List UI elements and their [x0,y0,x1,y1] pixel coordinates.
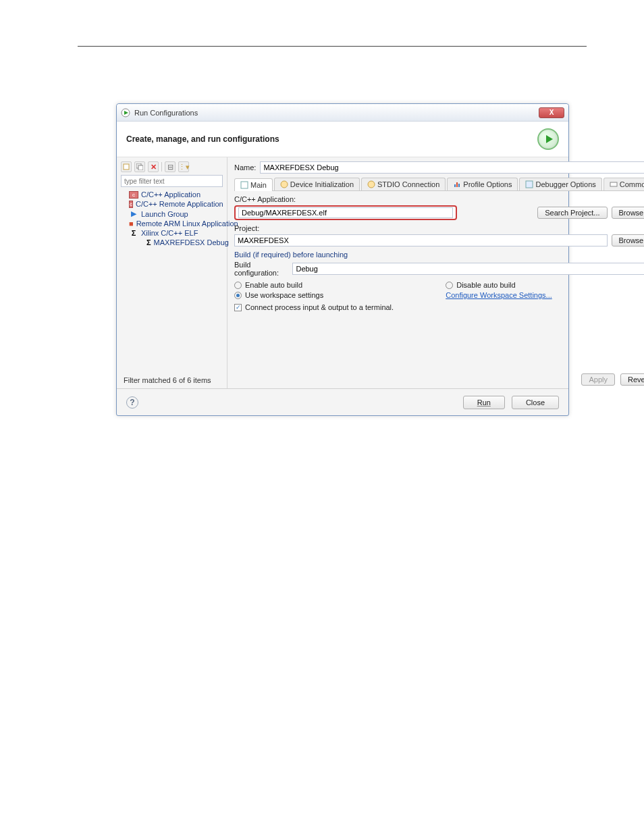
tree-item-xilinx-elf[interactable]: ΣXilinx C/C++ ELF [121,228,223,238]
configure-workspace-link[interactable]: Configure Workspace Settings... [446,291,644,299]
left-panel: ✕ ⊟ ⋮▾ cC/C++ Application cC/C++ Remote … [117,157,227,388]
tab-profile[interactable]: Profile Options [447,178,518,190]
launch-icon: ▶ [129,209,138,218]
run-config-dialog: Run Configurations X Create, manage, and… [116,103,569,416]
svg-point-6 [281,181,288,188]
debugger-icon [525,180,533,188]
c-app-icon: c [129,201,133,208]
tree-item-remote-arm[interactable]: ■Remote ARM Linux Application [121,219,223,228]
disable-auto-build-radio[interactable]: Disable auto build [446,281,644,289]
app-path-highlight: Debug/MAXREFDESX.elf [234,205,457,220]
use-workspace-radio[interactable]: Use workspace settings [234,291,446,299]
build-config-dropdown[interactable]: Debug ▾ [292,263,644,275]
browse-app-button[interactable]: Browse... [612,207,644,219]
stdio-icon [367,180,375,188]
project-input[interactable] [234,234,608,246]
name-label: Name: [234,163,256,172]
sigma-icon: Σ [146,238,151,246]
tree-item-c-app[interactable]: cC/C++ Application [121,190,223,199]
tree-item-launch-group[interactable]: ▶Launch Group [121,209,223,219]
close-button[interactable]: Close [512,396,559,409]
browse-project-button[interactable]: Browse... [612,234,644,246]
dialog-header: Create, manage, and run configurations [117,122,568,157]
common-icon [610,180,618,188]
run-icon [537,128,559,150]
right-panel: Name: Main Device Initialization STDIO C… [227,157,644,388]
new-config-icon[interactable] [121,161,132,172]
device-init-icon [280,180,288,188]
revert-button[interactable]: Revert [620,373,644,386]
svg-rect-8 [454,184,456,187]
config-tree: cC/C++ Application cC/C++ Remote Applica… [121,190,223,247]
titlebar: Run Configurations X [117,104,568,122]
tab-common[interactable]: Common [603,178,644,190]
filter-matched-label: Filter matched 6 of 6 items [121,375,223,386]
build-section-label: Build (if required) before launching [234,251,644,259]
filter-dropdown-icon[interactable]: ⋮▾ [178,161,189,172]
duplicate-icon[interactable] [134,161,145,172]
svg-rect-10 [458,184,460,187]
header-text: Create, manage, and run configurations [126,134,537,144]
tab-main[interactable]: Main [234,178,273,191]
connect-terminal-checkbox[interactable]: ✓ Connect process input & output to a te… [234,303,644,311]
checkbox-icon: ✓ [234,304,242,311]
tab-stdio[interactable]: STDIO Connection [361,178,446,190]
apply-button[interactable]: Apply [581,373,615,386]
svg-rect-4 [138,165,143,170]
window-close-button[interactable]: X [539,107,564,118]
tree-item-maxrefdesx[interactable]: ΣMAXREFDESX Debug [121,238,223,247]
window-title: Run Configurations [134,109,539,117]
tree-item-c-remote[interactable]: cC/C++ Remote Application [121,199,223,209]
svg-rect-5 [241,182,248,188]
delete-icon[interactable]: ✕ [148,161,159,172]
search-project-button[interactable]: Search Project... [537,207,607,219]
project-label: Project: [234,224,644,232]
svg-rect-9 [456,182,458,187]
name-input[interactable] [260,161,644,174]
tab-debugger[interactable]: Debugger Options [519,178,601,190]
run-config-icon [121,108,130,118]
help-icon[interactable]: ? [126,396,138,409]
dialog-footer: ? Run Close [117,388,568,415]
filter-input[interactable] [121,175,223,187]
left-toolbar: ✕ ⊟ ⋮▾ [121,160,223,175]
tab-device-init[interactable]: Device Initialization [274,178,360,190]
profile-icon [453,180,461,188]
app-label: C/C++ Application: [234,195,644,203]
build-config-value: Debug [296,265,644,273]
svg-rect-11 [526,181,533,188]
svg-point-7 [368,181,375,188]
c-app-icon: c [129,191,138,199]
svg-rect-2 [124,164,129,170]
tab-bar: Main Device Initialization STDIO Connect… [234,178,644,191]
sigma-icon: Σ [129,229,138,237]
enable-auto-build-radio[interactable]: Enable auto build [234,281,446,289]
main-tab-icon [240,181,248,189]
collapse-icon[interactable]: ⊟ [165,161,176,172]
build-config-label: Build configuration: [234,261,288,277]
remote-icon: ■ [129,219,134,228]
run-button[interactable]: Run [463,396,505,409]
app-path-input[interactable]: Debug/MAXREFDESX.elf [242,209,450,217]
svg-rect-12 [610,182,617,186]
